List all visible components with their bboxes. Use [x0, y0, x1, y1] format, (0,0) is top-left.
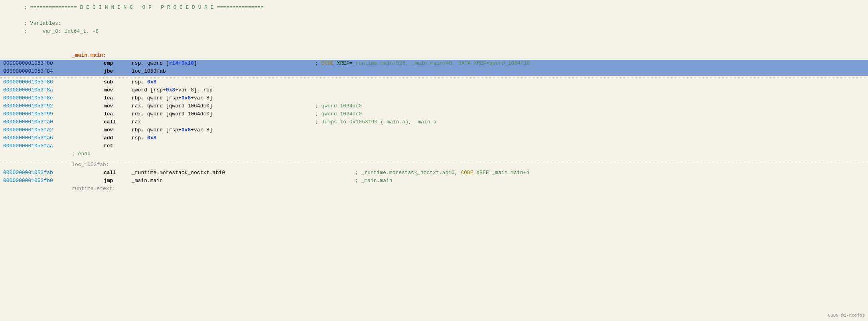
header-comment-2: ; Variables: [0, 20, 868, 28]
asm-line-1053fb0[interactable]: 0000000001053fb0 jmp _main.main ; _main.… [0, 177, 868, 185]
asm-line-1053f84[interactable]: 0000000001053f84 jbe loc_1053fab [0, 68, 868, 76]
blank-1 [0, 36, 868, 44]
header-comment-3: ; var_8: int64_t, -8 [0, 28, 868, 36]
asm-line-1053fa0[interactable]: 0000000001053fa0 call rax ; Jumps to 0x1… [0, 119, 868, 127]
separator-1 [0, 77, 868, 77]
separator-2 [0, 160, 868, 160]
endp-line: ; endp [0, 151, 868, 159]
label-runtime-etext: runtime.etext: [0, 185, 868, 193]
code-view: ; =============== B E G I N N I N G O F … [0, 0, 868, 321]
asm-line-1053f80[interactable]: 0000000001053f80 cmp rsp, qword [r14+0x1… [0, 60, 868, 68]
label-loc-1053fab: loc_1053fab: [0, 161, 868, 169]
asm-line-1053f86[interactable]: 0000000001053f86 sub rsp, 0x8 [0, 79, 868, 87]
asm-line-1053f99[interactable]: 0000000001053f99 lea rdx, qword [qword_1… [0, 111, 868, 119]
asm-line-1053fa6[interactable]: 0000000001053fa6 add rsp, 0x8 [0, 135, 868, 143]
asm-line-1053f8a[interactable]: 0000000001053f8a mov qword [rsp+0x8+var_… [0, 87, 868, 95]
header-blank [0, 12, 868, 20]
asm-line-1053f8e[interactable]: 0000000001053f8e lea rbp, qword [rsp+0x8… [0, 95, 868, 103]
blank-2 [0, 44, 868, 52]
asm-line-1053fab[interactable]: 0000000001053fab call _runtime.morestack… [0, 169, 868, 177]
asm-line-1053fa2[interactable]: 0000000001053fa2 mov rbp, qword [rsp+0x8… [0, 127, 868, 135]
asm-line-1053faa[interactable]: 0000000001053faa ret [0, 143, 868, 151]
watermark: CSDN @i-neojos [828, 313, 865, 318]
header-comment-1: ; =============== B E G I N N I N G O F … [0, 4, 868, 12]
asm-line-1053f92[interactable]: 0000000001053f92 mov rax, qword [qword_1… [0, 103, 868, 111]
label-main-main: _main.main: [0, 52, 868, 60]
